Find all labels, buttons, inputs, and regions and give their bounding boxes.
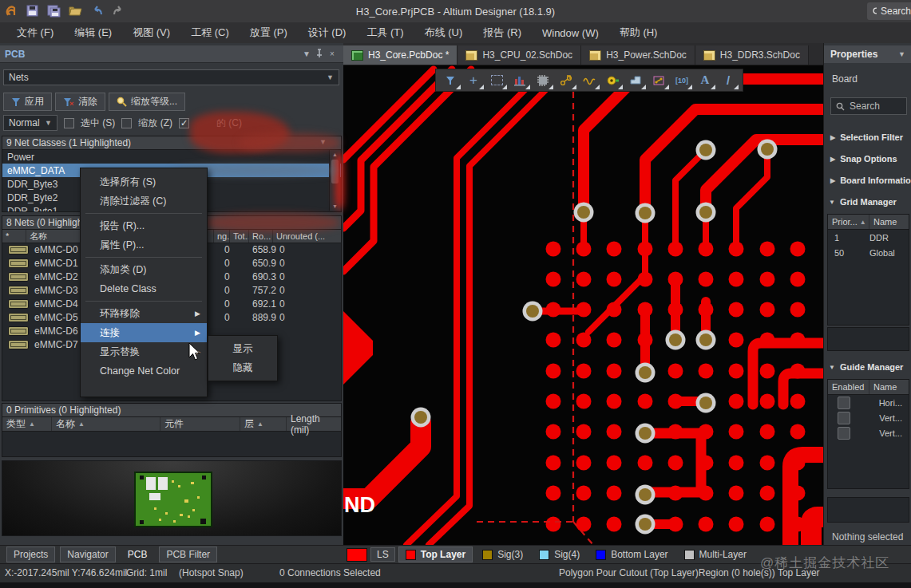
pad-icon[interactable]: [509, 70, 531, 90]
net-color-swatch[interactable]: [8, 313, 29, 322]
guide-row[interactable]: Vert...: [828, 425, 909, 440]
menu-report[interactable]: 报告 (R)...: [81, 216, 207, 235]
text-string-icon[interactable]: A: [694, 70, 716, 90]
col-enabled[interactable]: Enabled: [828, 380, 869, 394]
col-type[interactable]: 类型▲: [2, 417, 52, 431]
tab-pcb[interactable]: PCB: [121, 547, 155, 562]
net-color-swatch[interactable]: [8, 326, 29, 336]
tab-pcbdoc[interactable]: H3_Core.PcbDoc *: [343, 45, 457, 65]
properties-search-box[interactable]: Search: [830, 97, 907, 115]
menu-place[interactable]: 放置 (P): [241, 22, 296, 43]
save-all-icon[interactable]: [46, 3, 62, 19]
pcb-editor-canvas[interactable]: ND + [10] A /: [343, 65, 823, 545]
interactive-route-icon[interactable]: [555, 70, 577, 90]
board-preview[interactable]: [2, 460, 342, 536]
menu-clear-filter[interactable]: 清除过滤器 (C): [81, 191, 207, 211]
menu-loop-removal[interactable]: 环路移除▶: [81, 304, 207, 323]
col-name[interactable]: 名称▲: [52, 417, 160, 431]
net-color-swatch[interactable]: [8, 340, 29, 349]
col-name[interactable]: Name: [869, 215, 909, 229]
zoom-checkbox[interactable]: [121, 118, 132, 128]
section-snap-options[interactable]: ▶ Snap Options: [830, 154, 897, 164]
net-color-swatch[interactable]: [8, 286, 29, 295]
col-priority[interactable]: Prior...▲: [828, 215, 869, 229]
dimension-icon[interactable]: [10]: [671, 70, 693, 90]
via-icon[interactable]: [601, 70, 624, 90]
tab-projects[interactable]: Projects: [6, 547, 55, 562]
layer-set-button[interactable]: LS: [370, 547, 395, 562]
differential-pair-icon[interactable]: [578, 70, 600, 90]
tab-schdoc-ddr3[interactable]: H3_DDR3.SchDoc: [695, 45, 809, 65]
menu-view[interactable]: 视图 (V): [124, 22, 179, 43]
panel-pin-icon[interactable]: [313, 49, 326, 60]
crosshair-icon[interactable]: +: [462, 70, 485, 90]
menu-add-class[interactable]: 添加类 (D): [81, 260, 207, 279]
menu-file[interactable]: 文件 (F): [8, 22, 62, 43]
polygon-pour-icon[interactable]: [624, 70, 647, 90]
menu-properties[interactable]: 属性 (P)...: [81, 235, 207, 255]
net-color-swatch[interactable]: [8, 272, 29, 282]
col-layer[interactable]: 层▲: [240, 417, 287, 431]
section-grid-manager[interactable]: ▼ Grid Manager: [829, 197, 897, 207]
guide-row[interactable]: Vert...: [828, 410, 909, 425]
menu-route[interactable]: 布线 (U): [416, 22, 472, 43]
clear-existing-checkbox[interactable]: ✓: [179, 118, 189, 128]
tab-navigator[interactable]: Navigator: [60, 547, 115, 562]
open-folder-icon[interactable]: [68, 3, 84, 19]
layer-tab-sig3[interactable]: Sig(3): [476, 547, 529, 562]
net-color-swatch[interactable]: [8, 245, 29, 255]
menu-design[interactable]: 设计 (D): [299, 22, 355, 43]
keepout-icon[interactable]: [648, 70, 670, 90]
grid-row[interactable]: 1DDR: [828, 230, 909, 245]
net-color-swatch[interactable]: [8, 258, 29, 268]
layer-tab-sig4[interactable]: Sig(4): [533, 547, 586, 562]
component-icon[interactable]: [532, 70, 554, 90]
col-ng[interactable]: ng...: [214, 230, 230, 243]
col-asterisk[interactable]: *: [2, 230, 26, 243]
clear-filter-button[interactable]: × 清除: [55, 93, 105, 111]
selection-rect-icon[interactable]: [485, 70, 508, 90]
menu-connections[interactable]: 连接▶: [81, 323, 207, 342]
net-color-swatch[interactable]: [8, 299, 29, 309]
col-component[interactable]: 元件: [160, 417, 240, 431]
save-icon[interactable]: [25, 3, 41, 19]
panel-close-icon[interactable]: ×: [326, 49, 339, 58]
submenu-show[interactable]: 显示: [208, 339, 277, 358]
tab-schdoc-power[interactable]: H3_Power.SchDoc: [581, 45, 695, 65]
menu-window[interactable]: Window (W): [533, 24, 608, 42]
tab-schdoc-cpu[interactable]: H3_CPU_02.SchDoc: [457, 45, 581, 65]
col-name[interactable]: Name: [869, 380, 909, 394]
undo-icon[interactable]: [89, 3, 105, 19]
select-checkbox[interactable]: [64, 118, 74, 128]
section-selection-filter[interactable]: ▶ Selection Filter: [830, 132, 903, 142]
tab-pcb-filter[interactable]: PCB Filter: [159, 547, 217, 562]
panel-mode-dropdown[interactable]: Nets ▼: [3, 69, 339, 85]
menu-select-all[interactable]: 选择所有 (S): [81, 172, 207, 191]
menu-project[interactable]: 工程 (C): [182, 22, 238, 43]
global-search-box[interactable]: Search: [867, 2, 911, 20]
menu-change-net-color[interactable]: Change Net Color: [81, 361, 207, 381]
panel-dropdown-icon[interactable]: ▼: [898, 50, 905, 58]
panel-dropdown-icon[interactable]: ▼: [300, 49, 313, 58]
menu-help[interactable]: 帮助 (H): [611, 22, 667, 43]
layer-tab-top[interactable]: Top Layer: [398, 547, 473, 562]
menu-edit[interactable]: 编辑 (E): [65, 22, 121, 43]
filter-icon[interactable]: [439, 70, 461, 90]
enabled-checkbox[interactable]: [838, 397, 850, 409]
section-board-information[interactable]: ▶ Board Information: [830, 176, 911, 185]
line-icon[interactable]: /: [717, 70, 739, 90]
menu-delete-class[interactable]: Delete Class: [81, 279, 207, 298]
layer-tab-multi[interactable]: Multi-Layer: [678, 547, 753, 562]
enabled-checkbox[interactable]: [838, 412, 850, 424]
menu-tools[interactable]: 工具 (T): [358, 22, 412, 43]
enabled-checkbox[interactable]: [838, 427, 850, 440]
col-length[interactable]: Length (mil): [287, 417, 339, 431]
layer-tab-bottom[interactable]: Bottom Layer: [589, 547, 674, 562]
menu-reports[interactable]: 报告 (R): [474, 22, 530, 43]
section-guide-manager[interactable]: ▼ Guide Manager: [829, 362, 903, 372]
view-mode-dropdown[interactable]: Normal ▼: [3, 115, 57, 131]
guide-row[interactable]: Hori...: [828, 395, 909, 410]
submenu-hide[interactable]: 隐藏: [208, 358, 277, 377]
grid-row[interactable]: 50Global: [828, 245, 909, 260]
zoom-level-button[interactable]: 缩放等级...: [109, 93, 185, 111]
